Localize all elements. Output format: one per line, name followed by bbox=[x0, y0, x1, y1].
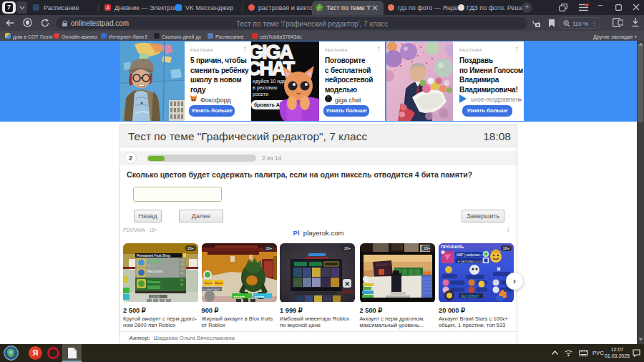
svg-text:●●●●●: ●●●●● bbox=[255, 294, 265, 298]
svg-text:80: 80 bbox=[180, 272, 183, 275]
svg-text:2x: 2x bbox=[147, 263, 150, 267]
svg-text:ПРОФИЛЬ: ПРОФИЛЬ bbox=[441, 245, 464, 249]
svg-text:Учить: Учить bbox=[204, 281, 213, 285]
svg-text:4x: 4x bbox=[147, 273, 150, 277]
svg-text:120: 120 bbox=[180, 268, 185, 270]
svg-text:30: 30 bbox=[180, 283, 183, 286]
svg-text:250: 250 bbox=[180, 263, 185, 266]
svg-text:Kitsune: Kitsune bbox=[147, 280, 161, 284]
svg-text:идуйся 10 идей: идуйся 10 идей bbox=[253, 79, 288, 84]
svg-text:●●●●●●: ●●●●●● bbox=[233, 294, 245, 298]
svg-text:в рекламы: в рекламы bbox=[253, 85, 277, 91]
svg-text:Меню: Меню bbox=[215, 281, 223, 285]
svg-text:БЕЗ ИЗБИЛ: БЕЗ ИЗБИЛ bbox=[461, 294, 479, 298]
svg-text:MØΓ | шифткая☆: MØΓ | шифткая☆ bbox=[457, 253, 482, 257]
svg-text:росети: росети bbox=[253, 92, 268, 97]
svg-text:бровать AI: бровать AI bbox=[254, 102, 281, 108]
svg-text:✕: ✕ bbox=[345, 280, 351, 287]
svg-text:⏱21:50: ⏱21:50 bbox=[150, 295, 160, 298]
svg-text:Permanent Fruit Shop: Permanent Fruit Shop bbox=[137, 254, 170, 258]
svg-text:500: 500 bbox=[180, 259, 185, 262]
svg-text:★ 3AY30Bblе Lvl 21: ★ 3AY30Bblе Lvl 21 bbox=[457, 259, 484, 263]
svg-text:55: 55 bbox=[180, 279, 183, 282]
